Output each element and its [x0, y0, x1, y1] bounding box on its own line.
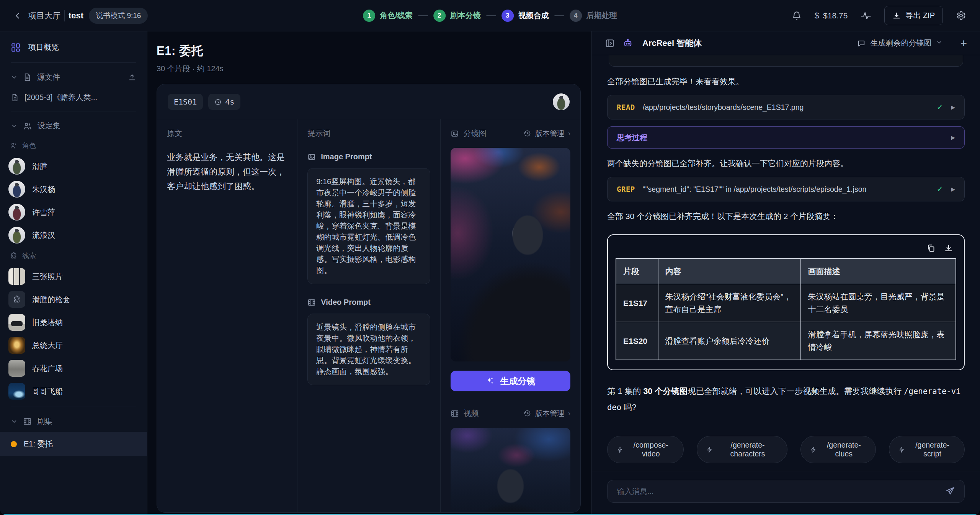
expand-play-icon[interactable]: ▶: [951, 186, 955, 192]
step-characters-clues[interactable]: 1 角色/线索: [363, 10, 413, 22]
activity-pulse-icon[interactable]: [861, 10, 871, 21]
people-icon: [23, 121, 32, 131]
step-number: 4: [570, 10, 582, 22]
segment-character-avatar[interactable]: [553, 93, 570, 110]
character-item[interactable]: 朱汉杨: [0, 178, 147, 201]
character-item[interactable]: 流浪汉: [0, 224, 147, 247]
label-roles: 角色: [0, 136, 147, 155]
project-sidebar: 项目概览 源文件 [2005-3]《赡养人类...: [0, 31, 147, 515]
upload-icon[interactable]: [128, 73, 136, 82]
generate-storyboard-button[interactable]: 生成分镜: [451, 371, 570, 391]
chevron-down-icon: [11, 74, 18, 81]
download-icon[interactable]: [944, 244, 953, 253]
clue-thumbnail: [8, 268, 25, 285]
segment-id-badge: E1S01: [168, 94, 203, 110]
session-selector[interactable]: 生成剩余的分镜图: [857, 38, 942, 48]
breadcrumb[interactable]: 项目大厅: [14, 10, 60, 21]
command-pill-compose-video[interactable]: /compose-video: [607, 436, 684, 463]
section-source-files[interactable]: 源文件: [0, 67, 147, 88]
image-prompt-text[interactable]: 9:16竖屏构图。近景镜头，都市夜景中一个冷峻男子的侧脸轮廓。滑膛，三十多岁，短…: [307, 168, 430, 284]
clue-thumbnail: [8, 383, 25, 400]
table-header-row: 片段 内容 画面描述: [616, 258, 956, 284]
episode-panel: E1: 委托 30 个片段 · 约 124s E1S01 4s: [147, 31, 591, 515]
step-post-process[interactable]: 4 后期处理: [570, 10, 617, 22]
video-version-manager[interactable]: 版本管理 ›: [523, 409, 570, 419]
clue-item[interactable]: 三张照片: [0, 265, 147, 288]
clue-item[interactable]: 哥哥飞船: [0, 380, 147, 403]
sidebar-item-episode-1[interactable]: E1: 委托: [0, 432, 147, 456]
export-zip-button[interactable]: 导出 ZIP: [884, 6, 943, 25]
notifications-bell-icon[interactable]: [792, 11, 802, 21]
original-text-label: 原文: [167, 128, 287, 139]
tool-call-grep[interactable]: GREP ""segment_id": "E1S17"" in /app/pro…: [607, 177, 965, 201]
video-prompt-text[interactable]: 近景镜头，滑膛的侧脸在城市夜景中。微风吹动他的衣领，眼睛微微眯起，神情若有所思。…: [307, 314, 430, 385]
segment-duration-badge: 4s: [208, 94, 240, 110]
character-item[interactable]: 滑膛: [0, 155, 147, 178]
episode-status-dot: [11, 441, 17, 447]
clue-thumbnail: [8, 314, 25, 331]
back-chevron-icon: [14, 11, 22, 20]
step-video-compose[interactable]: 3 视频合成: [501, 10, 549, 22]
clue-thumbnail: [8, 337, 25, 354]
back-label[interactable]: 项目大厅: [28, 10, 60, 21]
project-name: test: [69, 11, 83, 21]
command-pill-generate-script[interactable]: /generate-script: [889, 436, 965, 463]
column-header: 片段: [616, 258, 658, 284]
sidebar-item-project-overview[interactable]: 项目概览: [0, 36, 147, 59]
collapse-panel-icon[interactable]: [605, 38, 615, 48]
chevron-down-icon: [11, 418, 18, 425]
person-icon: [10, 142, 18, 149]
storyboard-version-manager[interactable]: 版本管理 ›: [523, 129, 570, 139]
copy-icon[interactable]: [926, 244, 936, 253]
agent-final-message: 第 1 集的 30 个分镜图现已全部就绪，可以进入下一步视频生成。需要我继续执行…: [607, 383, 965, 415]
success-check-icon: ✓: [937, 185, 944, 194]
label-clues: 线索: [0, 247, 147, 265]
character-item[interactable]: 许雪萍: [0, 201, 147, 224]
tool-command: GREP: [617, 185, 635, 193]
storyboard-column: 分镜图 版本管理 ›: [440, 119, 580, 513]
video-label: 视频: [451, 408, 479, 419]
prompts-label: 提示词: [307, 128, 430, 139]
video-thumbnail[interactable]: [451, 428, 570, 513]
dollar-icon: $: [815, 11, 819, 21]
chevron-right-icon: ›: [568, 409, 570, 417]
divider: [11, 62, 136, 63]
download-icon: [892, 11, 901, 20]
original-text-column: 原文 业务就是业务，无关其他。这是滑膛所遵循的原则，但这一次，客户却让他感到了困…: [157, 119, 297, 513]
clue-item[interactable]: 滑膛的枪套: [0, 288, 147, 311]
command-pill-generate-clues[interactable]: /generate-clues: [800, 436, 876, 463]
expand-play-icon[interactable]: ▶: [951, 104, 955, 110]
lightning-icon: [617, 446, 623, 453]
message-composer[interactable]: [607, 480, 965, 503]
storyboard-image[interactable]: [451, 148, 570, 361]
character-avatar: [8, 181, 25, 198]
chevron-down-icon: [936, 39, 942, 47]
tool-call-read[interactable]: READ /app/projects/test/storyboards/scen…: [607, 95, 965, 119]
step-script-storyboard[interactable]: 2 剧本分镜: [433, 10, 481, 22]
original-text[interactable]: 业务就是业务，无关其他。这是滑膛所遵循的原则，但这一次，客户却让他感到了困惑。: [167, 150, 287, 194]
composer-area: [592, 471, 980, 515]
new-chat-plus-icon[interactable]: +: [960, 37, 967, 50]
segment-card: E1S01 4s 原文 业务就是业务，无关其他。这是滑膛所遵循的原则，但这一次，…: [157, 84, 581, 513]
mode-badge: 说书模式 9:16: [89, 8, 148, 24]
message-input[interactable]: [617, 487, 945, 496]
thinking-process-box[interactable]: 思考过程 ▶: [607, 126, 965, 149]
clue-item[interactable]: 旧桑塔纳: [0, 311, 147, 334]
balance-amount: $18.75: [823, 11, 848, 20]
breadcrumb-divider: [64, 10, 65, 21]
app-window: 项目大厅 test 说书模式 9:16 1 角色/线索 2 剧本分镜 3 视频合…: [0, 0, 980, 515]
section-settings-collection[interactable]: 设定集: [0, 115, 147, 136]
source-file-item[interactable]: [2005-3]《赡养人类...: [0, 88, 147, 107]
wallet-balance[interactable]: $ $18.75: [815, 11, 848, 21]
clue-item[interactable]: 总统大厅: [0, 334, 147, 357]
document-icon: [23, 73, 32, 82]
expand-play-icon[interactable]: ▶: [951, 134, 955, 141]
command-pill-generate-characters[interactable]: /generate-characters: [697, 436, 788, 463]
section-episodes[interactable]: 剧集: [0, 411, 147, 432]
send-icon[interactable]: [945, 486, 955, 496]
clue-item[interactable]: 春花广场: [0, 357, 147, 380]
grid-icon: [11, 43, 21, 52]
lightning-icon: [898, 446, 905, 453]
chat-scroll-area[interactable]: 全部分镜图已生成完毕！来看看效果。 READ /app/projects/tes…: [592, 55, 980, 430]
settings-gear-icon[interactable]: [956, 10, 966, 21]
